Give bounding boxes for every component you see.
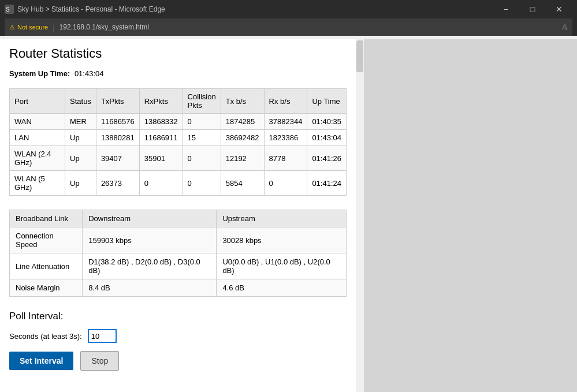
table-row: Line AttenuationD1(38.2 dB) , D2(0.0 dB)… [10, 253, 347, 279]
table-cell: 01:41:26 [307, 146, 347, 171]
poll-interval-input[interactable] [88, 329, 117, 343]
poll-interval-label: Seconds (at least 3s): [9, 332, 82, 341]
vertical-scrollbar[interactable] [356, 39, 364, 392]
table-cell: 37882344 [264, 114, 307, 130]
table-cell: 01:43:04 [307, 130, 347, 146]
table-cell: 12192 [221, 146, 264, 171]
table-cell: 1874285 [221, 114, 264, 130]
table-row: LANUp13880281116869111538692482182338601… [10, 130, 347, 146]
col-downstream: Downstream [83, 210, 217, 227]
table-cell: 11686576 [96, 114, 139, 130]
col-port: Port [10, 89, 65, 114]
page-wrapper: Router Statistics System Up Time: 01:43:… [0, 39, 356, 392]
address-bar: ⚠ Not secure | 192.168.0.1/sky_system.ht… [5, 18, 572, 36]
table-cell: 5854 [221, 171, 264, 196]
broadband-table-body: Connection Speed159903 kbps30028 kbpsLin… [10, 227, 347, 297]
sky-icon: S [5, 5, 14, 14]
scrollbar-thumb[interactable] [356, 40, 363, 72]
table-cell: 0 [183, 114, 221, 130]
close-button[interactable]: ✕ [546, 0, 572, 18]
table-cell: WLAN (5 GHz) [10, 171, 65, 196]
table-cell: 30028 kbps [217, 227, 347, 253]
col-txbs: Tx b/s [221, 89, 264, 114]
warning-icon: ⚠ [9, 24, 15, 31]
table-cell: 0 [139, 171, 183, 196]
table-cell: 0 [264, 171, 307, 196]
table-row: WLAN (5 GHz)Up26373005854001:41:24 [10, 171, 347, 196]
table-cell: 01:41:24 [307, 171, 347, 196]
poll-interval-row: Seconds (at least 3s): [9, 329, 347, 343]
table-cell: LAN [10, 130, 65, 146]
broadband-header-row: Broadband Link Downstream Upstream [10, 210, 347, 227]
table-cell: 159903 kbps [83, 227, 217, 253]
table-cell: U0(0.0 dB) , U1(0.0 dB) , U2(0.0 dB) [217, 253, 347, 279]
port-table-body: WANMER1168657613868332018742853788234401… [10, 114, 347, 196]
table-row: Noise Margin8.4 dB4.6 dB [10, 279, 347, 297]
table-cell: WAN [10, 114, 65, 130]
title-bar-controls: − □ ✕ [493, 0, 572, 18]
system-uptime-label: System Up Time: [9, 69, 70, 78]
table-cell: 1823386 [264, 130, 307, 146]
svg-text:S: S [6, 6, 10, 13]
outer-wrapper: Router Statistics System Up Time: 01:43:… [0, 39, 577, 392]
table-cell: 35901 [139, 146, 183, 171]
browser-chrome: S Sky Hub > Statistics - Personal - Micr… [0, 0, 577, 36]
minimize-button[interactable]: − [493, 0, 519, 18]
col-broadband-link: Broadband Link [10, 210, 83, 227]
table-cell: 13868332 [139, 114, 183, 130]
title-bar: S Sky Hub > Statistics - Personal - Micr… [0, 0, 577, 18]
button-row: Set Interval Stop [9, 351, 347, 371]
browser-title: Sky Hub > Statistics - Personal - Micros… [17, 5, 165, 13]
table-cell: Noise Margin [10, 279, 83, 297]
reader-icon: 𝔸 [562, 23, 568, 32]
table-cell: Line Attenuation [10, 253, 83, 279]
system-uptime-value: 01:43:04 [75, 69, 104, 78]
port-table-header-row: Port Status TxPkts RxPkts CollisionPkts … [10, 89, 347, 114]
broadband-table: Broadband Link Downstream Upstream Conne… [9, 210, 347, 297]
table-cell: 11686911 [139, 130, 183, 146]
col-rxbs: Rx b/s [264, 89, 307, 114]
table-cell: MER [65, 114, 96, 130]
set-interval-button[interactable]: Set Interval [9, 352, 73, 370]
url-display[interactable]: 192.168.0.1/sky_system.html [59, 23, 149, 31]
table-row: WANMER1168657613868332018742853788234401… [10, 114, 347, 130]
poll-section: Poll Interval: Seconds (at least 3s): Se… [9, 311, 347, 371]
table-row: Connection Speed159903 kbps30028 kbps [10, 227, 347, 253]
poll-title: Poll Interval: [9, 311, 347, 322]
table-cell: 8.4 dB [83, 279, 217, 297]
table-cell: 0 [183, 146, 221, 171]
table-cell: 26373 [96, 171, 139, 196]
port-table: Port Status TxPkts RxPkts CollisionPkts … [9, 88, 347, 196]
table-cell: 01:40:35 [307, 114, 347, 130]
title-bar-left: S Sky Hub > Statistics - Personal - Micr… [5, 5, 165, 14]
table-cell: 13880281 [96, 130, 139, 146]
table-cell: D1(38.2 dB) , D2(0.0 dB) , D3(0.0 dB) [83, 253, 217, 279]
stop-button[interactable]: Stop [80, 351, 119, 371]
table-cell: Up [65, 146, 96, 171]
table-cell: 39407 [96, 146, 139, 171]
table-cell: 15 [183, 130, 221, 146]
col-rxpkts: RxPkts [139, 89, 183, 114]
not-secure-label: Not secure [17, 24, 48, 31]
page-content: Router Statistics System Up Time: 01:43:… [0, 39, 356, 382]
col-collision: CollisionPkts [183, 89, 221, 114]
h-scroll-row: Router Statistics System Up Time: 01:43:… [0, 39, 577, 392]
system-uptime: System Up Time: 01:43:04 [9, 69, 347, 78]
col-uptime: Up Time [307, 89, 347, 114]
col-status: Status [65, 89, 96, 114]
table-cell: 38692482 [221, 130, 264, 146]
table-cell: 8778 [264, 146, 307, 171]
maximize-button[interactable]: □ [519, 0, 546, 18]
table-cell: Up [65, 171, 96, 196]
table-cell: 4.6 dB [217, 279, 347, 297]
not-secure-indicator: ⚠ Not secure [9, 24, 48, 31]
page-title: Router Statistics [9, 46, 347, 61]
table-cell: WLAN (2.4 GHz) [10, 146, 65, 171]
table-row: WLAN (2.4 GHz)Up3940735901012192877801:4… [10, 146, 347, 171]
separator: | [53, 23, 54, 32]
table-cell: Connection Speed [10, 227, 83, 253]
content-area: Router Statistics System Up Time: 01:43:… [0, 39, 577, 392]
table-cell: 0 [183, 171, 221, 196]
col-txpkts: TxPkts [96, 89, 139, 114]
col-upstream: Upstream [217, 210, 347, 227]
